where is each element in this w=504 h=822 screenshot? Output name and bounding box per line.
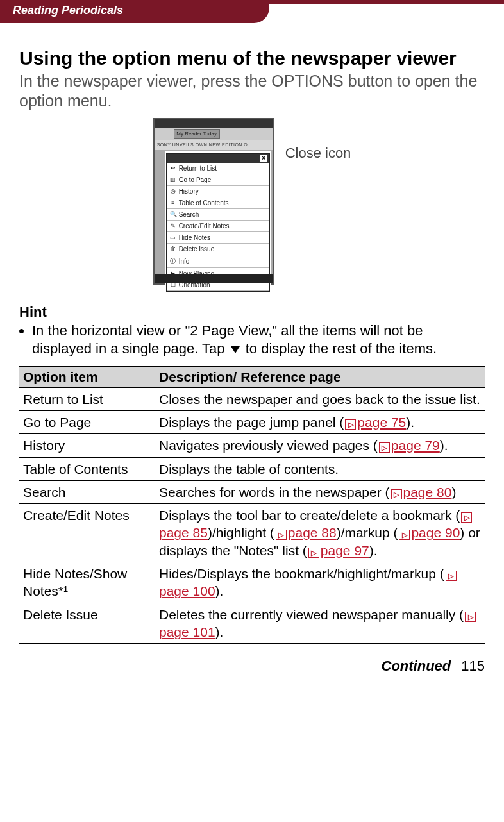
option-menu-titlebar: × <box>167 154 269 163</box>
table-cell-option: Return to List <box>19 387 155 410</box>
menu-item-icon: ↩ <box>170 165 176 171</box>
table-row: Delete IssueDeletes the currently viewed… <box>19 603 485 644</box>
table-row: Table of ContentsDisplays the table of c… <box>19 457 485 480</box>
menu-item-label: Delete Issue <box>179 246 215 253</box>
hint-heading: Hint <box>19 304 485 321</box>
menu-item-icon: ▥ <box>170 176 176 183</box>
screenshot-titlebar <box>155 119 273 128</box>
intro-paragraph: In the newspaper viewer, press the OPTIO… <box>19 71 485 112</box>
xref-icon: ▷ <box>399 530 410 540</box>
table-cell-option: Delete Issue <box>19 603 155 644</box>
option-menu-item[interactable]: ≡Table of Contents <box>167 197 269 209</box>
callout: Close icon <box>285 145 351 162</box>
table-row: Return to ListCloses the newspaper and g… <box>19 387 485 410</box>
table-cell-description: Navigates previously viewed pages (▷page… <box>155 434 485 457</box>
header-bar: Reading Periodicals <box>0 0 504 23</box>
menu-item-label: Create/Edit Notes <box>179 222 230 230</box>
xref-link[interactable]: page 100 <box>159 583 215 598</box>
xref-link[interactable]: page 90 <box>411 525 460 540</box>
down-triangle-icon <box>231 346 240 353</box>
screenshot-tab: My Reader Today <box>174 129 220 139</box>
menu-item-label: Hide Notes <box>179 234 210 241</box>
table-row: Create/Edit NotesDisplays the tool bar t… <box>19 504 485 562</box>
section-title: Reading Periodicals <box>0 0 269 23</box>
continued-label: Continued <box>382 658 451 675</box>
table-cell-description: Searches for words in the newspaper (▷pa… <box>155 480 485 503</box>
xref-icon: ▷ <box>461 512 472 523</box>
menu-item-label: Table of Contents <box>179 199 229 206</box>
screenshot-newspaper-viewer: My Reader Today SONY UNVEILS OWN NEW EDI… <box>153 118 274 285</box>
table-cell-description: Displays the table of contents. <box>155 457 485 480</box>
screenshot-headline: SONY UNVEILS OWN NEW EDITION O… <box>155 140 273 150</box>
xref-link[interactable]: page 80 <box>403 485 452 499</box>
table-row: SearchSearches for words in the newspape… <box>19 480 485 503</box>
xref-icon: ▷ <box>345 419 356 430</box>
option-menu-item[interactable]: 🗑Delete Issue <box>167 244 269 255</box>
table-row: HistoryNavigates previously viewed pages… <box>19 434 485 457</box>
hint-item: In the horizontal view or "2 Page View,"… <box>32 322 485 358</box>
callout-leader-line <box>257 153 281 153</box>
table-cell-description: Hides/Displays the bookmark/highlight/ma… <box>155 562 485 603</box>
table-cell-description: Closes the newspaper and goes back to th… <box>155 387 485 410</box>
xref-icon: ▷ <box>391 489 402 499</box>
footer: Continued 115 <box>0 650 504 686</box>
figure: My Reader Today SONY UNVEILS OWN NEW EDI… <box>19 118 485 285</box>
table-header-option: Option item <box>19 366 155 387</box>
xref-icon: ▷ <box>379 442 390 453</box>
xref-link[interactable]: page 101 <box>159 625 215 639</box>
option-menu-item[interactable]: ⓘInfo <box>167 255 269 268</box>
xref-link[interactable]: page 85 <box>159 525 208 540</box>
menu-item-icon: 🔍 <box>170 211 176 217</box>
table-row: Go to PageDisplays the page jump panel (… <box>19 410 485 433</box>
menu-item-label: Search <box>179 211 199 218</box>
menu-item-icon: ≡ <box>170 199 176 206</box>
page-heading: Using the option menu of the newspaper v… <box>19 47 485 69</box>
xref-link[interactable]: page 97 <box>321 543 369 558</box>
xref-link[interactable]: page 88 <box>288 525 337 540</box>
table-cell-option: History <box>19 434 155 457</box>
callout-label: Close icon <box>285 145 351 162</box>
xref-icon: ▷ <box>308 548 319 558</box>
xref-icon: ▷ <box>465 612 476 622</box>
menu-item-icon: 🗑 <box>170 246 176 252</box>
option-menu-item[interactable]: 🔍Search <box>167 209 269 221</box>
menu-item-label: Return to List <box>179 165 217 172</box>
table-header-description: Description/ Reference page <box>155 366 485 387</box>
option-table: Option item Description/ Reference page … <box>19 366 485 644</box>
table-cell-description: Displays the tool bar to create/delete a… <box>155 504 485 562</box>
header-rule <box>269 0 504 23</box>
xref-icon: ▷ <box>276 530 287 540</box>
table-cell-option: Table of Contents <box>19 457 155 480</box>
table-cell-option: Search <box>19 480 155 503</box>
screenshot-tabbar: My Reader Today <box>155 128 273 140</box>
table-cell-description: Deletes the currently viewed newspaper m… <box>155 603 485 644</box>
option-menu-popup: × ↩Return to List▥Go to Page◷History≡Tab… <box>166 153 270 292</box>
menu-item-label: Info <box>179 258 190 265</box>
hint-list: In the horizontal view or "2 Page View,"… <box>19 322 485 358</box>
option-menu-item[interactable]: ↩Return to List <box>167 163 269 174</box>
screenshot-bottombar <box>155 274 273 283</box>
menu-item-icon: ✎ <box>170 222 176 229</box>
option-menu-item[interactable]: ✎Create/Edit Notes <box>167 221 269 232</box>
option-menu-item[interactable]: ◷History <box>167 186 269 197</box>
option-menu-item[interactable]: ▭Hide Notes <box>167 232 269 244</box>
menu-item-label: History <box>179 188 199 195</box>
menu-item-icon: ▭ <box>170 234 176 240</box>
xref-link[interactable]: page 79 <box>391 438 440 453</box>
option-menu-item[interactable]: ▥Go to Page <box>167 174 269 186</box>
table-row: Hide Notes/Show Notes*¹Hides/Displays th… <box>19 562 485 603</box>
hint-text-after: to display the rest of the items. <box>242 340 437 356</box>
table-cell-description: Displays the page jump panel (▷page 75). <box>155 410 485 433</box>
page-number: 115 <box>461 658 485 675</box>
table-cell-option: Go to Page <box>19 410 155 433</box>
menu-item-icon: ⓘ <box>170 257 176 265</box>
table-cell-option: Create/Edit Notes <box>19 504 155 562</box>
close-icon[interactable]: × <box>260 155 267 162</box>
table-cell-option: Hide Notes/Show Notes*¹ <box>19 562 155 603</box>
menu-item-icon: ◷ <box>170 188 176 194</box>
menu-item-label: Go to Page <box>179 176 212 183</box>
xref-icon: ▷ <box>446 571 457 581</box>
xref-link[interactable]: page 75 <box>357 415 406 430</box>
